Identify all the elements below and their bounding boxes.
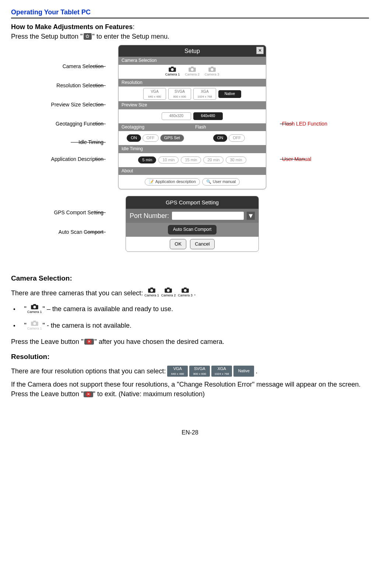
auto-scan-button[interactable]: Auto Scan Comport [168,225,217,234]
preview-480x320[interactable]: 480x320 [162,112,191,120]
page-header: Operating Your Tablet PC [11,7,369,18]
gps-comport-panel: GPS Comport Setting Port Number: ▼ Auto … [126,196,259,252]
idle-options: 5 min 10 min 15 min 20 min 30 min [119,153,266,167]
callout-flash-led: Flash LED Function [282,120,337,127]
callout-preview-size: Preview Size Selection [43,101,103,108]
callout-resolution: Resolution Selection [43,82,103,89]
gps-set-button[interactable]: GPS Set [160,134,184,142]
res-vga[interactable]: VGA640 x 480 [143,88,166,100]
callout-app-desc: Application Description [43,155,103,163]
svg-rect-7 [211,67,213,68]
cancel-button[interactable]: Cancel [190,239,214,250]
label-flash: Flash [192,123,266,131]
svg-point-11 [150,289,153,292]
svg-point-8 [211,68,213,71]
port-label: Port Number: [130,211,169,221]
intro-text-a: Press the Setup button " [11,32,83,41]
setup-diagram: Camera Selection Resolution Selection Pr… [11,45,369,266]
app-description-button[interactable]: 📝 Application description [145,178,200,186]
callout-gps-comport: GPS Comport Setting [43,209,103,216]
flash-off[interactable]: OFF [229,134,245,142]
callout-camera-selection: Camera Selection [43,63,103,70]
port-number-row: Port Number: ▼ [126,209,258,223]
label-camera-selection: Camera Selection [119,57,266,64]
label-resolution: Resolution [119,79,266,87]
leave-text-b: " after you have chosen the desired came… [95,337,225,346]
camera-3-option[interactable]: Camera 3 [203,66,221,77]
callout-auto-scan: Auto Scan Comport [43,228,103,236]
callout-user-manual: User Manual [282,155,337,163]
camera-section-intro: There are three cameras that you can sel… [11,288,143,298]
geotag-on[interactable]: ON [127,134,141,142]
resolution-intro: There are four resolution options that y… [11,366,166,376]
res-native[interactable]: Native [218,90,241,98]
svg-rect-22 [33,321,36,322]
leave-text-a: Press the Leave button " [11,337,84,346]
label-preview-size: Preview Size [119,101,266,109]
label-geotagging: Geotagging [119,123,192,131]
port-number-field[interactable] [172,212,244,220]
setup-panel: Setup ✕ Camera Selection Camera 1 Camera… [118,45,266,189]
camera-unavailable-icon: Camera 1 [27,320,42,331]
resolution-heading: Resolution: [11,352,369,362]
camera-2-option[interactable]: Camera 2 [183,66,201,77]
ok-button[interactable]: OK [170,239,186,250]
mini-camera-1-icon: Camera 1 [144,287,159,298]
preview-options: 480x320 640x480 [119,109,266,123]
intro-line: How to Make Adjustments on Features: [11,22,369,32]
mini-camera-2-icon: Camera 2 [161,287,176,298]
label-idle-timing: Idle Timing [119,145,266,153]
svg-point-17 [184,289,186,292]
idle-10min[interactable]: 10 min [158,156,179,164]
chip-native: Native [233,366,254,377]
page-footer: EN-28 [11,428,369,437]
resolution-chips: VGA640 x 480 SVGA800 x 600 XGA1024 x 768… [167,366,254,377]
bullet-camera-unavailable: " Camera 1 " - the camera is not availab… [11,320,369,331]
camera-1-option[interactable]: Camera 1 [164,66,182,77]
callout-idle-timing: Idle Timing [43,138,103,146]
res-svga[interactable]: SVGA800 x 600 [168,88,191,100]
preview-640x480[interactable]: 640x480 [193,112,223,120]
idle-30min[interactable]: 30 min [226,156,246,164]
svg-point-2 [171,68,174,71]
intro-text-b: " to enter the Setup menu. [92,32,170,41]
user-manual-button[interactable]: 🔍 User manual [202,178,240,186]
svg-point-5 [191,68,193,71]
chip-svga: SVGA800 x 600 [189,366,210,377]
leave-button-icon: ✕ [84,339,94,345]
label-about: About [119,167,266,175]
camera-selection-heading: Camera Selection: [11,273,369,284]
resolution-error-text: If the Camera does not support these fou… [11,380,369,399]
heading: How to Make Adjustments on Features [11,23,133,31]
svg-point-14 [167,289,170,292]
svg-rect-19 [33,304,36,306]
camera-section-dot: . [194,288,196,298]
geotag-off[interactable]: OFF [142,134,159,142]
leave-button-icon-2: ✕ [84,391,93,397]
svg-rect-1 [171,67,174,68]
bullet-camera-available: " Camera 1 " – the camera is available a… [11,304,369,314]
setup-panel-title: Setup ✕ [119,45,266,57]
gear-icon [84,33,92,40]
svg-rect-13 [167,288,170,289]
idle-15min[interactable]: 15 min [181,156,201,164]
callout-geotagging: Geotagging Function [43,120,103,127]
mini-camera-3-icon: Camera 3 [178,287,193,298]
svg-point-23 [33,322,36,325]
gps-panel-title: GPS Comport Setting [126,196,258,209]
svg-point-20 [33,306,36,308]
port-dropdown-icon[interactable]: ▼ [247,212,255,220]
chip-xga: XGA1024 x 768 [211,366,232,377]
about-options: 📝 Application description 🔍 User manual [119,175,266,189]
resolution-dot: . [256,366,257,376]
res-xga[interactable]: XGA1024 x 768 [193,88,216,100]
svg-rect-4 [191,67,193,68]
idle-5min[interactable]: 5 min [138,156,156,164]
camera-available-icon: Camera 1 [27,304,42,314]
svg-rect-16 [184,288,186,289]
close-icon[interactable]: ✕ [256,47,264,54]
chip-vga: VGA640 x 480 [167,366,188,377]
idle-20min[interactable]: 20 min [203,156,224,164]
flash-on[interactable]: ON [213,134,228,142]
resolution-options: VGA640 x 480 SVGA800 x 600 XGA1024 x 768… [119,87,266,101]
